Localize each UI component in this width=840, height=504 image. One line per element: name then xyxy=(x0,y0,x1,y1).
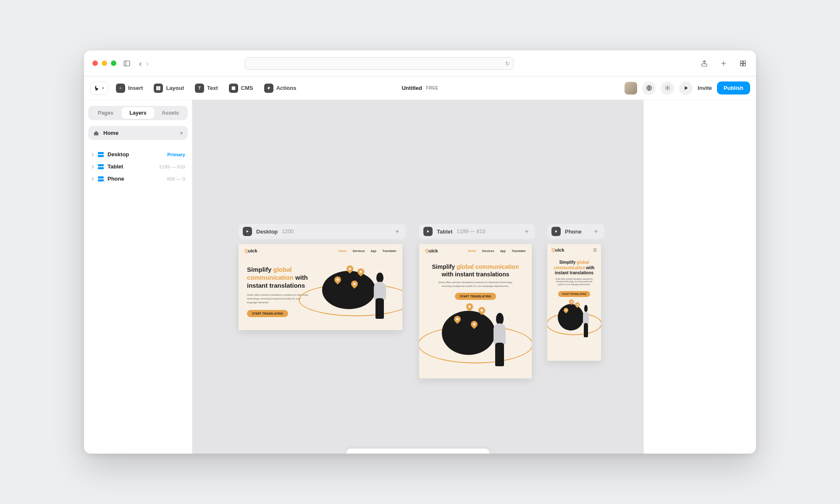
breakpoint-icon xyxy=(98,164,104,170)
url-bar[interactable]: ↻ xyxy=(245,57,514,70)
mock-illustration xyxy=(318,264,394,319)
tab-layers[interactable]: Layers xyxy=(122,107,154,119)
mock-illustration xyxy=(556,299,593,337)
traffic-lights xyxy=(92,60,116,66)
svg-rect-22 xyxy=(98,167,104,169)
canvas[interactable]: Desktop 1200 Quick Home Services App Tra… xyxy=(192,100,643,454)
cms-icon xyxy=(229,84,238,93)
mock-cta: START TRANSLATING xyxy=(247,310,288,317)
breakpoint-icon xyxy=(98,152,104,158)
new-tab-icon[interactable] xyxy=(719,59,728,68)
layout-icon xyxy=(154,84,163,93)
nav-arrows: ‹ › xyxy=(139,59,149,68)
frame-desktop[interactable]: Quick Home Services App Translator Simpl… xyxy=(239,244,402,330)
app-toolbar: ▾ Insert Layout Text CMS Actions Untitle… xyxy=(84,76,756,100)
actions-label: Actions xyxy=(276,85,297,91)
play-icon xyxy=(423,227,433,236)
text-icon xyxy=(195,84,204,93)
sidebar-toggle-icon[interactable] xyxy=(122,59,131,68)
bottom-toolbar[interactable] xyxy=(346,449,489,454)
text-button[interactable]: Text xyxy=(192,82,221,94)
layer-name: Desktop xyxy=(108,151,129,158)
mock-nav-translator: Translator xyxy=(382,249,396,252)
insert-label: Insert xyxy=(128,85,143,91)
mock-logo: Quick xyxy=(551,247,564,252)
breakpoint-header[interactable]: Phone xyxy=(547,224,604,239)
chevron-down-icon: ▾ xyxy=(102,86,104,90)
breakpoint-phone: Phone Quick ☰ Simplify global communicat… xyxy=(547,224,604,361)
layer-name: Phone xyxy=(108,176,124,182)
window-close-icon[interactable] xyxy=(92,60,98,66)
mock-body: Quick offers precise translations powere… xyxy=(553,278,595,286)
user-avatar[interactable] xyxy=(625,82,637,94)
layer-row-tablet[interactable]: Tablet 1199 — 810 xyxy=(88,160,188,173)
invite-button[interactable]: Invite xyxy=(698,85,712,91)
sidebar-tabs: Pages Layers Assets xyxy=(88,106,188,120)
svg-point-18 xyxy=(667,87,668,89)
layer-row-phone[interactable]: Phone 809 — 0 xyxy=(88,173,188,185)
breakpoint-desktop: Desktop 1200 Quick Home Services App Tra… xyxy=(239,224,406,330)
mock-body: Quick offers precise translations powere… xyxy=(436,281,515,288)
breakpoint-name: Desktop xyxy=(256,228,278,235)
mock-cta: START TRANSLATING xyxy=(455,293,496,300)
insert-button[interactable]: Insert xyxy=(113,82,146,94)
add-breakpoint-icon[interactable] xyxy=(592,227,600,236)
nav-back-icon[interactable]: ‹ xyxy=(139,59,142,68)
breakpoint-header[interactable]: Desktop 1200 xyxy=(239,224,406,239)
svg-rect-6 xyxy=(743,61,746,63)
breakpoint-header[interactable]: Tablet 1199 — 810 xyxy=(419,224,535,239)
actions-button[interactable]: Actions xyxy=(261,82,300,94)
mock-nav-home: Home xyxy=(468,249,476,252)
breakpoint-dim: 1199 — 810 xyxy=(457,228,485,234)
share-icon[interactable] xyxy=(700,59,709,68)
tab-assets[interactable]: Assets xyxy=(154,107,186,119)
breakpoint-dim: 1200 xyxy=(282,228,294,234)
globe-icon[interactable] xyxy=(642,81,656,95)
play-icon xyxy=(551,227,561,236)
mock-headline: Simplify global communication with insta… xyxy=(428,263,523,278)
mock-nav-services: Services xyxy=(482,249,494,252)
page-selector[interactable]: Home ▾ xyxy=(88,126,188,140)
app-menu-button[interactable]: ▾ xyxy=(90,81,108,95)
document-title[interactable]: Untitled FREE xyxy=(402,85,438,91)
svg-rect-8 xyxy=(743,63,746,66)
frame-phone[interactable]: Quick ☰ Simplify global communication wi… xyxy=(547,244,601,361)
mock-nav-app: App xyxy=(371,249,377,252)
svg-rect-14 xyxy=(232,87,235,90)
nav-forward-icon[interactable]: › xyxy=(146,59,149,68)
svg-rect-23 xyxy=(98,176,104,178)
properties-panel xyxy=(643,100,756,454)
breakpoint-icon xyxy=(98,176,104,182)
window-maximize-icon[interactable] xyxy=(111,60,116,66)
layer-name: Tablet xyxy=(108,163,123,170)
publish-button[interactable]: Publish xyxy=(717,81,750,94)
left-sidebar: Pages Layers Assets Home ▾ Desktop Prima… xyxy=(84,100,192,454)
reload-icon[interactable]: ↻ xyxy=(505,60,510,66)
page-selector-label: Home xyxy=(103,130,118,136)
hamburger-icon: ☰ xyxy=(593,248,597,252)
home-icon xyxy=(93,130,99,136)
layer-row-desktop[interactable]: Desktop Primary xyxy=(88,148,188,160)
layout-button[interactable]: Layout xyxy=(150,82,187,94)
frame-tablet[interactable]: Quick Home Services App Translator Simpl… xyxy=(419,244,532,378)
tabs-grid-icon[interactable] xyxy=(738,59,748,68)
document-title-text: Untitled xyxy=(402,85,422,91)
mock-nav-translator: Translator xyxy=(512,249,526,252)
mock-nav-app: App xyxy=(500,249,506,252)
breakpoint-tablet: Tablet 1199 — 810 Quick Home Services Ap… xyxy=(419,224,535,378)
svg-rect-20 xyxy=(98,155,104,157)
window-minimize-icon[interactable] xyxy=(102,60,107,66)
add-breakpoint-icon[interactable] xyxy=(393,227,402,236)
app-window: ‹ › ↻ ▾ Insert Layo xyxy=(84,50,756,454)
mock-headline: Simplify global communication with insta… xyxy=(247,266,312,289)
preview-icon[interactable] xyxy=(679,81,693,95)
mock-nav-home: Home xyxy=(339,249,346,252)
caret-icon xyxy=(90,152,94,156)
tab-pages[interactable]: Pages xyxy=(89,107,122,119)
add-breakpoint-icon[interactable] xyxy=(522,227,531,236)
settings-icon[interactable] xyxy=(661,81,674,95)
cms-button[interactable]: CMS xyxy=(226,82,257,94)
plus-icon xyxy=(116,84,125,93)
svg-rect-12 xyxy=(159,86,160,88)
play-icon xyxy=(243,227,252,236)
